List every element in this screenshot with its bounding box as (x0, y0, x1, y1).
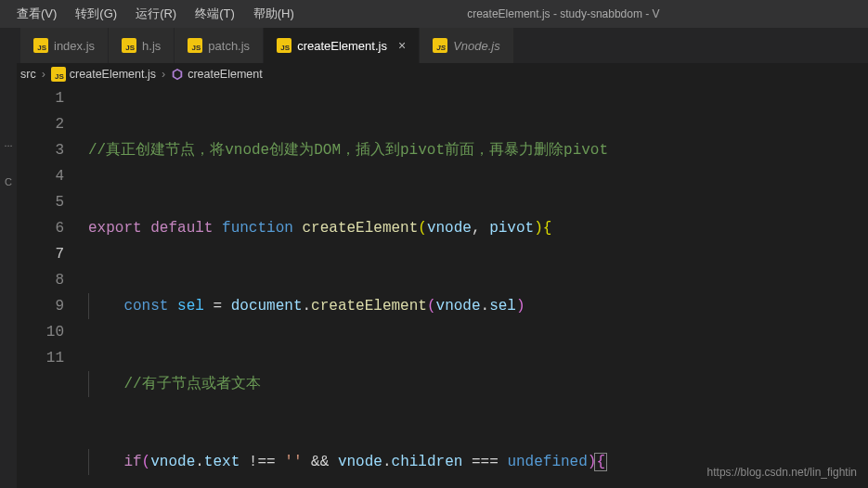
menu-terminal[interactable]: 终端(T) (186, 6, 244, 22)
breadcrumb-file[interactable]: createElement.js (70, 68, 156, 81)
breadcrumb-symbol[interactable]: createElement (188, 68, 263, 81)
code-editor[interactable]: 1 2 3 4 5 6 7 8 9 10 11 //真正创建节点，将vnode创… (0, 85, 868, 488)
line-number: 2 (0, 111, 64, 137)
symbol-function-icon (171, 68, 184, 81)
line-number: 5 (0, 189, 64, 215)
code-line: //有子节点或者文本 (88, 371, 868, 397)
line-number: 1 (0, 85, 64, 111)
js-file-icon: JS (33, 38, 48, 53)
breadcrumb[interactable]: src › JS createElement.js › createElemen… (0, 63, 868, 85)
menu-goto[interactable]: 转到(G) (66, 6, 126, 22)
tab-label: h.js (142, 39, 161, 53)
line-number: 6 (0, 215, 64, 241)
watermark: https://blog.csdn.net/lin_fightin (707, 466, 857, 479)
line-number-current: 7 (0, 241, 64, 267)
breadcrumb-folder[interactable]: src (20, 68, 36, 81)
chevron-right-icon: › (40, 68, 47, 81)
close-icon[interactable]: × (398, 38, 406, 53)
js-file-icon: JS (51, 67, 66, 82)
tab-label: createElement.js (297, 39, 387, 53)
line-gutter: 1 2 3 4 5 6 7 8 9 10 11 (0, 85, 88, 488)
tab-h[interactable]: JS h.js (109, 28, 174, 63)
tab-bar: JS index.js JS h.js JS patch.js JS creat… (0, 28, 868, 63)
line-number: 9 (0, 293, 64, 319)
tab-vnode[interactable]: JS Vnode.js (420, 28, 513, 63)
tab-label: patch.js (208, 39, 250, 53)
line-number: 4 (0, 163, 64, 189)
code-line: const sel = document.createElement(vnode… (88, 293, 868, 319)
tab-patch[interactable]: JS patch.js (175, 28, 263, 63)
tab-label: index.js (54, 39, 95, 53)
menu-view[interactable]: 查看(V) (7, 6, 66, 22)
code-content[interactable]: //真正创建节点，将vnode创建为DOM，插入到pivot前面，再暴力删除pi… (88, 85, 868, 488)
line-number: 10 (0, 319, 64, 345)
js-file-icon: JS (277, 38, 291, 53)
tab-createElement[interactable]: JS createElement.js × (264, 28, 419, 63)
tab-label: Vnode.js (453, 39, 500, 53)
menu-bar: 查看(V) 转到(G) 运行(R) 终端(T) 帮助(H) createElem… (0, 0, 868, 28)
code-line: export default function createElement(vn… (88, 215, 868, 241)
chevron-right-icon: › (160, 68, 167, 81)
line-number: 3 (0, 137, 64, 163)
window-title: createElement.js - study-snabbdom - V (304, 7, 861, 20)
js-file-icon: JS (433, 38, 447, 53)
code-line: //真正创建节点，将vnode创建为DOM，插入到pivot前面，再暴力删除pi… (88, 137, 868, 163)
line-number: 11 (0, 345, 64, 371)
js-file-icon: JS (188, 38, 202, 53)
js-file-icon: JS (122, 38, 136, 53)
tab-index[interactable]: JS index.js (20, 28, 108, 63)
menu-run[interactable]: 运行(R) (126, 6, 186, 22)
line-number: 8 (0, 267, 64, 293)
menu-help[interactable]: 帮助(H) (244, 6, 304, 22)
